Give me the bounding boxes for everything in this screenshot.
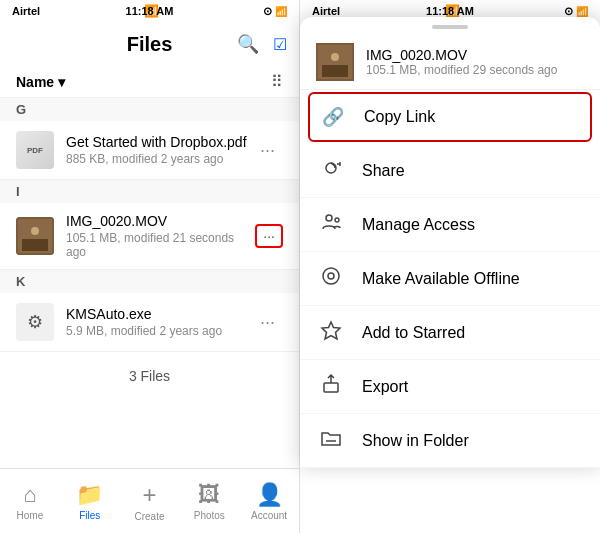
left-battery-icons: ⊙ 📶	[263, 5, 287, 18]
left-nav-home[interactable]: ⌂ Home	[0, 482, 60, 521]
svg-rect-16	[324, 383, 338, 392]
right-starred-label: Add to Starred	[362, 324, 465, 342]
right-battery-icons: ⊙ 📶	[564, 5, 588, 18]
left-file-item-mov[interactable]: IMG_0020.MOV 105.1 MB, modified 21 secon…	[0, 203, 299, 270]
left-select-icon[interactable]: ☑	[273, 35, 287, 54]
left-page-title: Files	[127, 33, 173, 56]
left-bottom-nav: ⌂ Home 📁 Files + Create 🖼 Photos 👤 Accou…	[0, 468, 299, 533]
right-menu-item-copy-link[interactable]: 🔗 Copy Link	[308, 92, 592, 142]
svg-point-12	[335, 218, 339, 222]
left-file-meta-exe: 5.9 MB, modified 2 years ago	[66, 324, 252, 338]
right-share-label: Share	[362, 162, 405, 180]
right-share-icon	[320, 157, 348, 184]
right-sheet-thumb	[316, 43, 354, 81]
left-search-icon[interactable]: 🔍	[237, 33, 259, 55]
right-sheet-file-meta: 105.1 MB, modified 29 seconds ago	[366, 63, 584, 77]
right-menu-item-offline[interactable]: Make Available Offline	[300, 252, 600, 306]
left-battery-icon: ⊙	[263, 5, 272, 18]
left-more-btn-pdf[interactable]: ···	[252, 136, 283, 165]
right-carrier: Airtel	[312, 5, 340, 17]
left-nav-create-label: Create	[134, 511, 164, 522]
right-export-label: Export	[362, 378, 408, 396]
svg-point-2	[31, 227, 39, 235]
right-menu-item-export[interactable]: Export	[300, 360, 600, 414]
left-file-name-pdf: Get Started with Dropbox.pdf	[66, 134, 252, 150]
left-file-meta-mov: 105.1 MB, modified 21 seconds ago	[66, 231, 255, 259]
right-battery-icon: ⊙	[564, 5, 573, 18]
right-signal-icon: 📶	[576, 6, 588, 17]
left-nav-account-label: Account	[251, 510, 287, 521]
left-nav-photos-label: Photos	[194, 510, 225, 521]
right-sheet-file-name: IMG_0020.MOV	[366, 47, 584, 63]
left-mov-thumb	[16, 217, 54, 255]
left-nav-files-icon: 📁	[76, 482, 103, 508]
svg-rect-7	[322, 65, 348, 77]
svg-point-13	[323, 268, 339, 284]
svg-point-11	[326, 215, 332, 221]
right-context-sheet: IMG_0020.MOV 105.1 MB, modified 29 secon…	[300, 17, 600, 468]
right-export-icon	[320, 373, 348, 400]
left-file-info-exe: KMSAuto.exe 5.9 MB, modified 2 years ago	[66, 306, 252, 338]
left-file-name-exe: KMSAuto.exe	[66, 306, 252, 322]
right-menu-item-share[interactable]: Share	[300, 144, 600, 198]
left-nav-home-label: Home	[17, 510, 44, 521]
right-menu-item-manage-access[interactable]: Manage Access	[300, 198, 600, 252]
svg-marker-15	[322, 322, 340, 339]
left-section-i: I	[0, 180, 299, 203]
right-copy-link-label: Copy Link	[364, 108, 435, 126]
left-file-count: 3 Files	[0, 352, 299, 400]
left-nav-files[interactable]: 📁 Files	[60, 482, 120, 521]
left-pdf-thumb: PDF	[16, 131, 54, 169]
svg-point-6	[331, 53, 339, 61]
left-grid-icon[interactable]: ⠿	[271, 72, 283, 91]
right-starred-icon	[320, 319, 348, 346]
left-sort-name[interactable]: Name ▾	[16, 74, 65, 90]
left-nav-photos[interactable]: 🖼 Photos	[179, 482, 239, 521]
right-show-folder-icon	[320, 427, 348, 454]
left-file-meta-pdf: 885 KB, modified 2 years ago	[66, 152, 252, 166]
right-menu-item-show-folder[interactable]: Show in Folder	[300, 414, 600, 468]
right-sheet-thumbnail	[316, 43, 354, 81]
left-more-btn-mov[interactable]: ···	[255, 224, 283, 248]
left-nav-photos-icon: 🖼	[198, 482, 220, 508]
right-show-folder-label: Show in Folder	[362, 432, 469, 450]
right-manage-access-label: Manage Access	[362, 216, 475, 234]
left-file-name-mov: IMG_0020.MOV	[66, 213, 255, 229]
left-section-g: G	[0, 98, 299, 121]
right-offline-label: Make Available Offline	[362, 270, 520, 288]
left-panel: Airtel 📶 11:18 AM ⊙ 📶 Files 🔍 ☑ Name ▾ ⠿…	[0, 0, 300, 533]
left-nav-home-icon: ⌂	[23, 482, 36, 508]
left-name-bar[interactable]: Name ▾ ⠿	[0, 66, 299, 98]
left-time: 11:18 AM	[126, 5, 174, 17]
left-nav-files-label: Files	[79, 510, 100, 521]
left-nav-account-icon: 👤	[256, 482, 283, 508]
svg-point-14	[328, 273, 334, 279]
svg-rect-3	[22, 239, 48, 251]
left-file-list: G PDF Get Started with Dropbox.pdf 885 K…	[0, 98, 299, 468]
left-header: Files 🔍 ☑	[0, 22, 299, 66]
left-exe-thumb: ⚙	[16, 303, 54, 341]
left-file-item-exe[interactable]: ⚙ KMSAuto.exe 5.9 MB, modified 2 years a…	[0, 293, 299, 352]
left-status-bar: Airtel 📶 11:18 AM ⊙ 📶	[0, 0, 299, 22]
left-mov-thumbnail	[16, 217, 54, 255]
right-offline-icon	[320, 265, 348, 292]
right-panel: Airtel 📶 11:18 AM ⊙ 📶 Files 🔍 ☑ Name ▾ ⠿…	[300, 0, 600, 533]
left-file-info-mov: IMG_0020.MOV 105.1 MB, modified 21 secon…	[66, 213, 255, 259]
left-nav-create[interactable]: + Create	[120, 481, 180, 522]
right-sheet-file-info: IMG_0020.MOV 105.1 MB, modified 29 secon…	[366, 47, 584, 77]
right-time: 11:18 AM	[426, 5, 474, 17]
left-carrier: Airtel	[12, 5, 40, 17]
right-sheet-handle	[432, 25, 468, 29]
left-header-icons: 🔍 ☑	[237, 33, 287, 55]
left-file-item[interactable]: PDF Get Started with Dropbox.pdf 885 KB,…	[0, 121, 299, 180]
right-manage-access-icon	[320, 211, 348, 238]
left-signal-icon: 📶	[275, 6, 287, 17]
left-nav-account[interactable]: 👤 Account	[239, 482, 299, 521]
left-file-info-pdf: Get Started with Dropbox.pdf 885 KB, mod…	[66, 134, 252, 166]
right-sheet-file-item: IMG_0020.MOV 105.1 MB, modified 29 secon…	[300, 33, 600, 90]
left-more-btn-exe[interactable]: ···	[252, 308, 283, 337]
left-section-k: K	[0, 270, 299, 293]
right-copy-link-icon: 🔗	[322, 106, 350, 128]
right-menu-item-starred[interactable]: Add to Starred	[300, 306, 600, 360]
left-nav-create-icon: +	[142, 481, 156, 509]
